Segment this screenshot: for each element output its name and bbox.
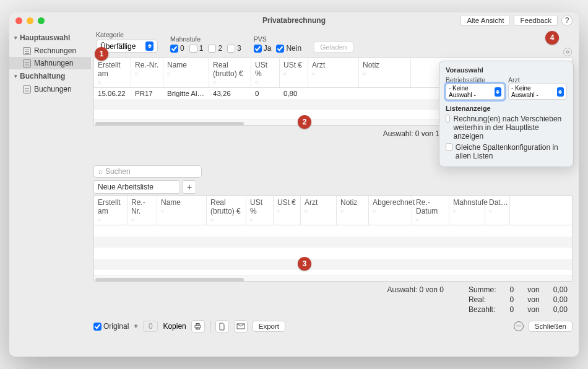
col2-erstellt-am[interactable]: Erstellt am⌕ <box>94 196 128 225</box>
add-worklist-button[interactable]: + <box>183 180 196 194</box>
col2-re-datum[interactable]: Re.-Datum⌕ <box>412 196 449 225</box>
feedback-button[interactable]: Feedback <box>514 15 558 26</box>
worklist-table: Erstellt am⌕ Re.-Nr.⌕ Name⌕ Real (brutto… <box>93 195 573 282</box>
col2-datum[interactable]: Dat…⌕ <box>485 196 510 225</box>
svg-rect-3 <box>196 323 199 325</box>
col2-notiz[interactable]: Notiz⌕ <box>337 196 369 225</box>
arzt-select[interactable]: - Keine Auswahl - <box>508 84 567 100</box>
col2-arzt[interactable]: Arzt⌕ <box>301 196 337 225</box>
zoom-window-button[interactable] <box>38 17 45 24</box>
alte-ansicht-button[interactable]: Alte Ansicht <box>460 15 510 26</box>
sidebar-group-buchhaltung[interactable]: ▾Buchhaltung <box>9 69 91 83</box>
export-button[interactable]: Export <box>253 321 285 332</box>
chevron-down-icon: ▾ <box>14 35 17 41</box>
col2-re-nr[interactable]: Re.-Nr.⌕ <box>128 196 157 225</box>
titlebar: Privatabrechnung Alte Ansicht Feedback ? <box>9 12 579 28</box>
select-arrow-icon <box>145 41 153 51</box>
filter-bar: Kategorie Überfällige Mahnstufe 0 1 2 3 … <box>93 31 573 58</box>
betriebsstaette-select[interactable]: - Keine Auswahl - <box>446 84 504 100</box>
col-arzt[interactable]: Arzt⌕ <box>308 58 359 87</box>
col2-ust-pct[interactable]: USt %⌕ <box>246 196 274 225</box>
opt-keep-in-mainlist-checkbox[interactable]: Rechnung(en) nach Verschieben weiterhin … <box>446 115 567 141</box>
mahnstufe-3-checkbox[interactable]: 3 <box>227 44 241 53</box>
list-icon <box>23 59 31 67</box>
sidebar-item-buchungen[interactable]: Buchungen <box>9 83 91 95</box>
col2-mahnstufe[interactable]: Mahnstufe⌕ <box>449 196 485 225</box>
mail-button[interactable] <box>234 320 248 332</box>
document-button[interactable] <box>215 320 229 332</box>
col-notiz[interactable]: Notiz⌕ <box>359 58 411 87</box>
search-input[interactable]: ⌕ Suchen <box>93 165 202 178</box>
window-controls <box>15 17 45 24</box>
chevron-down-icon: ▾ <box>14 73 17 79</box>
horizontal-scrollbar-2[interactable] <box>94 276 572 281</box>
annotation-badge-2: 2 <box>298 115 311 129</box>
app-window: Privatabrechnung Alte Ansicht Feedback ?… <box>9 12 579 357</box>
search-icon: ⌕ <box>98 167 103 176</box>
select-arrow-icon <box>557 87 564 97</box>
mahnstufe-0-checkbox[interactable]: 0 <box>170 44 184 53</box>
col2-abgerechnet[interactable]: Abgerechnet⌕ <box>369 196 412 225</box>
list-icon <box>23 47 31 55</box>
col2-ust[interactable]: USt €⌕ <box>274 196 301 225</box>
close-window-button[interactable] <box>15 17 22 24</box>
geladen-button: Geladen <box>314 41 353 53</box>
pvs-nein-checkbox[interactable]: Nein <box>276 44 301 53</box>
sidebar-item-mahnungen[interactable]: Mahnungen <box>9 57 91 69</box>
minimize-window-button[interactable] <box>27 17 33 24</box>
pvs-label: PVS <box>254 35 301 43</box>
col-real-brutto[interactable]: Real (brutto) €⌕ <box>209 58 251 87</box>
summary-2: Auswahl: 0 von 0 Summe:0von0,00 Real:0vo… <box>93 282 573 315</box>
col-erstellt-am[interactable]: Erstellt am⌕ <box>94 58 131 87</box>
remove-button[interactable] <box>514 321 524 331</box>
col-name[interactable]: Name⌕ <box>163 58 209 87</box>
mahnstufe-label: Mahnstufe <box>170 35 241 43</box>
col-ust[interactable]: USt €⌕ <box>280 58 308 87</box>
close-button[interactable]: Schließen <box>529 321 573 332</box>
listenanzeige-heading: Listenanzeige <box>446 105 567 112</box>
worklist-name-input[interactable] <box>93 180 180 194</box>
col2-name[interactable]: Name⌕ <box>157 196 207 225</box>
list-icon <box>23 85 31 93</box>
kategorie-label: Kategorie <box>96 31 158 38</box>
kopien-input[interactable] <box>143 321 158 332</box>
opt-same-columns-checkbox[interactable]: Gleiche Spaltenkonfiguration in allen Li… <box>446 143 567 160</box>
svg-point-1 <box>566 51 569 53</box>
mahnstufe-1-checkbox[interactable]: 1 <box>189 44 204 53</box>
pvs-ja-checkbox[interactable]: Ja <box>254 44 272 53</box>
print-button[interactable] <box>191 320 205 332</box>
bottom-toolbar: Original + Kopien Export Schließen <box>93 315 573 332</box>
mahnstufe-2-checkbox[interactable]: 2 <box>208 44 222 53</box>
col-re-nr[interactable]: Re.-Nr.⌕ <box>131 58 163 87</box>
vorauswahl-heading: Vorauswahl <box>446 66 567 74</box>
original-checkbox[interactable]: Original <box>93 322 129 331</box>
col2-real[interactable]: Real (brutto) €⌕ <box>207 196 246 225</box>
settings-gear-icon[interactable] <box>563 47 573 59</box>
sidebar: ▾Hauptauswahl Rechnungen Mahnungen ▾Buch… <box>9 28 91 357</box>
sidebar-group-hauptauswahl[interactable]: ▾Hauptauswahl <box>9 31 91 45</box>
settings-popover: Vorauswahl Betriebsstätte - Keine Auswah… <box>439 61 574 167</box>
select-arrow-icon <box>495 87 501 97</box>
col-ust-pct[interactable]: USt %⌕ <box>251 58 280 87</box>
sidebar-item-rechnungen[interactable]: Rechnungen <box>9 45 91 57</box>
svg-point-0 <box>564 48 572 56</box>
annotation-badge-4: 4 <box>545 31 559 45</box>
help-button[interactable]: ? <box>561 15 573 26</box>
annotation-badge-1: 1 <box>95 47 108 61</box>
annotation-badge-3: 3 <box>298 257 311 271</box>
